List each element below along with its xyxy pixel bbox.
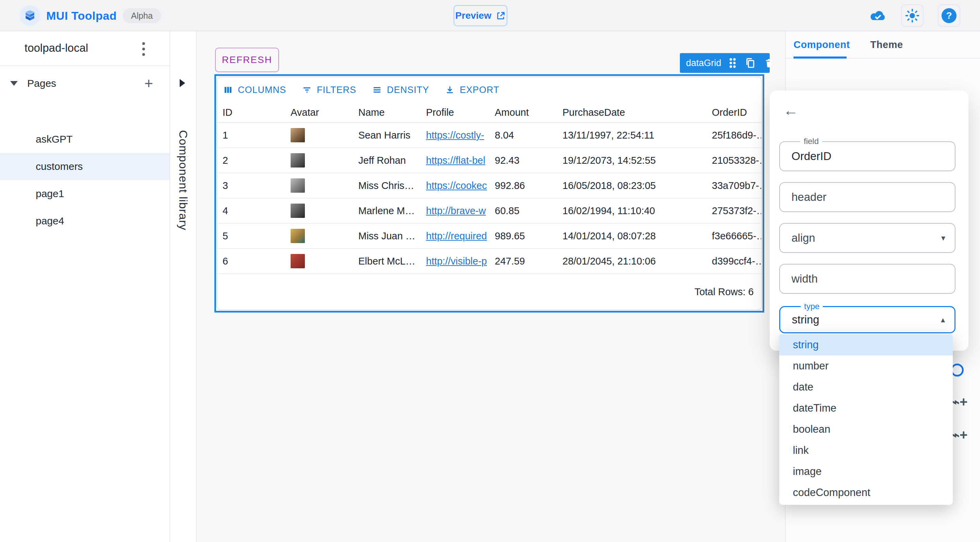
columns-button[interactable]: COLUMNS (223, 85, 286, 95)
theme-brightness-button[interactable] (901, 5, 924, 27)
filters-label: FILTERS (317, 85, 356, 95)
cell-orderid: 33a709b7-… (712, 180, 761, 191)
cell-purchasedate: 14/01/2014, 08:07:28 (563, 231, 712, 242)
cell-amount: 992.86 (495, 180, 563, 191)
menu-item-image[interactable]: image (779, 461, 953, 482)
table-row[interactable]: 5 Miss Juan … http://required 989.65 14/… (218, 224, 761, 249)
pages-section-header[interactable]: Pages + (0, 72, 169, 95)
component-library-label: Component library (177, 130, 190, 231)
cell-profile-link[interactable]: http://required (426, 231, 495, 242)
back-arrow-icon[interactable]: ← (783, 103, 798, 118)
sidebar-item-page1[interactable]: page1 (0, 180, 169, 207)
cell-profile-link[interactable]: https://costly- (426, 130, 495, 141)
column-header-avatar[interactable]: Avatar (291, 107, 358, 118)
preview-button[interactable]: Preview (453, 5, 508, 26)
cell-amount: 247.59 (495, 256, 563, 267)
header-input-placeholder: header (791, 191, 827, 204)
avatar (291, 204, 305, 218)
datagrid-header-row: ID Avatar Name Profile Amount PurchaseDa… (218, 102, 761, 123)
column-header-purchasedate[interactable]: PurchaseDate (563, 107, 712, 118)
datagrid-table: ID Avatar Name Profile Amount PurchaseDa… (218, 102, 761, 274)
cell-id: 4 (223, 205, 291, 217)
menu-item-datetime[interactable]: dateTime (779, 398, 953, 419)
duplicate-icon[interactable] (745, 57, 756, 69)
menu-item-link[interactable]: link (779, 440, 953, 461)
export-label: EXPORT (460, 85, 500, 95)
cell-profile-link[interactable]: https://flat-bel (426, 155, 495, 166)
add-page-button[interactable]: + (144, 76, 153, 91)
cell-name: Jeff Rohan (358, 155, 426, 166)
cloud-done-icon (869, 8, 887, 23)
width-input[interactable]: width (779, 264, 956, 294)
cell-amount: 989.65 (495, 231, 563, 242)
delete-icon[interactable] (764, 57, 775, 69)
column-header-id[interactable]: ID (223, 107, 291, 118)
project-menu-icon[interactable] (135, 40, 152, 59)
column-header-orderid[interactable]: OrderID (712, 107, 761, 118)
table-row[interactable]: 1 Sean Harris https://costly- 8.04 13/11… (218, 123, 761, 148)
avatar (291, 254, 305, 268)
cell-orderid: 275373f2-… (712, 205, 761, 217)
sidebar-item-customers[interactable]: customers (0, 153, 169, 180)
cell-profile-link[interactable]: http://brave-w (426, 205, 495, 217)
menu-item-number[interactable]: number (779, 355, 953, 376)
collapse-caret-icon[interactable] (10, 81, 18, 86)
cell-avatar (291, 153, 358, 167)
table-row[interactable]: 6 Elbert McL… http://visible-p 247.59 28… (218, 249, 761, 274)
tab-theme[interactable]: Theme (870, 39, 903, 50)
expand-library-icon[interactable] (180, 79, 185, 87)
component-library-strip[interactable]: Component library (170, 31, 197, 542)
table-row[interactable]: 4 Marlene M… http://brave-w 60.85 16/02/… (218, 198, 761, 224)
column-header-profile[interactable]: Profile (426, 107, 495, 118)
add-binding-icon[interactable]: ⌁+ (951, 395, 967, 408)
cell-purchasedate: 16/05/2018, 08:23:05 (563, 180, 712, 191)
cell-profile-link[interactable]: http://visible-p (426, 256, 495, 267)
cell-orderid: 21053328-… (712, 155, 761, 166)
menu-item-string[interactable]: string (779, 334, 953, 355)
page-canvas: REFRESH dataGrid (197, 31, 785, 542)
column-editor-popup: ← field OrderID header align ▾ width typ… (770, 91, 969, 351)
type-select-label: type (801, 302, 823, 311)
type-select[interactable]: type string ▴ (779, 306, 956, 333)
pages-label: Pages (27, 78, 56, 89)
density-button[interactable]: DENSITY (372, 85, 429, 95)
top-bar: MUI Toolpad Alpha Preview (0, 0, 980, 31)
column-header-amount[interactable]: Amount (495, 107, 563, 118)
cell-id: 5 (223, 231, 291, 242)
sidebar-item-page4[interactable]: page4 (0, 207, 169, 234)
cell-name: Marlene M… (358, 205, 426, 217)
drag-handle-icon[interactable] (728, 57, 737, 69)
cell-purchasedate: 16/02/1994, 11:10:40 (563, 205, 712, 217)
add-binding-icon[interactable]: ⌁+ (951, 428, 967, 442)
topbar-actions: ? (869, 4, 960, 27)
cell-profile-link[interactable]: https://cookec (426, 180, 495, 191)
refresh-button[interactable]: REFRESH (215, 48, 279, 72)
menu-item-date[interactable]: date (779, 376, 953, 398)
column-header-name[interactable]: Name (358, 107, 426, 118)
left-sidebar: toolpad-local Pages + askGPT customers p… (0, 31, 170, 542)
avatar (291, 179, 305, 193)
menu-item-boolean[interactable]: boolean (779, 419, 953, 440)
help-button[interactable]: ? (938, 5, 960, 27)
table-row[interactable]: 3 Miss Chris… https://cookec 992.86 16/0… (218, 173, 761, 198)
app-logo: MUI Toolpad Alpha (20, 5, 161, 27)
header-input[interactable]: header (779, 182, 956, 212)
menu-item-codecomponent[interactable]: codeComponent (779, 482, 953, 503)
field-input[interactable]: field OrderID (779, 141, 956, 171)
chevron-up-icon: ▴ (941, 315, 945, 324)
datagrid-component[interactable]: COLUMNS FILTERS DENSITY (217, 77, 762, 310)
chip-actions (728, 57, 775, 69)
align-select[interactable]: align ▾ (779, 223, 956, 253)
tab-component[interactable]: Component (794, 39, 850, 50)
inspector-tabs: Component Theme (786, 31, 980, 59)
cell-avatar (291, 254, 358, 268)
toolpad-logo-icon (20, 5, 40, 26)
filters-button[interactable]: FILTERS (302, 85, 356, 95)
datagrid-selection-chip[interactable]: dataGrid (680, 53, 770, 73)
preview-label: Preview (455, 10, 492, 21)
export-button[interactable]: EXPORT (445, 85, 500, 95)
table-row[interactable]: 2 Jeff Rohan https://flat-bel 92.43 19/1… (218, 148, 761, 173)
cell-amount: 8.04 (495, 130, 563, 141)
sidebar-item-askgpt[interactable]: askGPT (0, 126, 169, 153)
cell-name: Miss Chris… (358, 180, 426, 191)
